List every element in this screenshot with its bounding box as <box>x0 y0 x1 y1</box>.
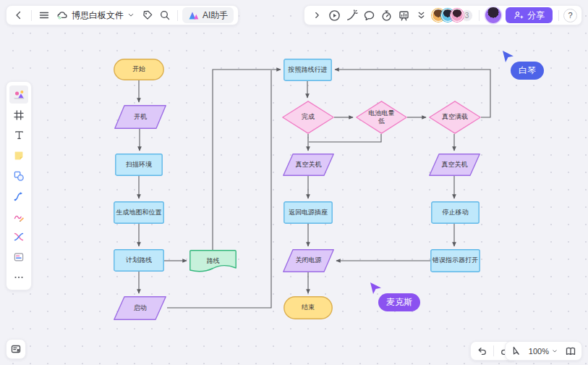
timer-icon[interactable] <box>378 7 394 23</box>
comment-icon[interactable] <box>361 7 377 23</box>
rect-shape <box>114 201 164 224</box>
parallelogram-shape <box>283 249 334 272</box>
collapse-icon[interactable] <box>413 7 429 23</box>
tag-icon[interactable] <box>140 7 155 23</box>
flow-node-stop[interactable]: 停止移动 <box>431 201 480 224</box>
flow-node-poweron[interactable]: 开机 <box>114 105 166 129</box>
flow-node-scan[interactable]: 扫描环境 <box>115 154 163 176</box>
flow-edge-route-follow <box>213 70 281 250</box>
header-left-bar: 博思白板文件 AI助手 <box>6 5 239 25</box>
remote-cursor-user-maikesi: 麦克斯 <box>368 281 383 298</box>
frame-tool[interactable] <box>9 106 28 124</box>
flow-node-error[interactable]: 错误指示器打开 <box>430 249 480 272</box>
help-glyph: ? <box>568 11 572 20</box>
caret-down-icon <box>127 11 135 20</box>
current-user-avatar[interactable] <box>485 7 501 23</box>
divider <box>177 10 178 21</box>
divider <box>493 345 494 356</box>
diamond-shape <box>356 101 407 134</box>
flow-node-return[interactable]: 返回电源插座 <box>284 201 333 224</box>
rect-shape <box>284 201 333 224</box>
present-play-icon[interactable] <box>326 7 342 23</box>
ai-assistant-label: AI助手 <box>203 9 228 22</box>
laser-pointer-icon[interactable] <box>344 7 359 23</box>
caret-down-icon <box>551 348 558 355</box>
flow-node-done[interactable]: 完成 <box>282 101 334 134</box>
sticky-note-tool[interactable] <box>9 146 28 164</box>
document-title-text: 博思白板文件 <box>72 9 124 22</box>
chart-board-icon[interactable] <box>396 7 412 23</box>
templates-tool[interactable] <box>9 85 28 104</box>
rect-shape <box>114 249 164 272</box>
zoom-level: 100% <box>529 347 549 356</box>
flow-node-full[interactable]: 真空满载 <box>429 101 481 134</box>
search-icon[interactable] <box>157 7 173 23</box>
divider <box>479 10 480 21</box>
flow-node-poweroff[interactable]: 关闭电源 <box>283 249 334 272</box>
document-title[interactable]: 博思白板文件 <box>54 9 138 22</box>
rect-shape <box>431 201 480 224</box>
flow-node-battery[interactable]: 电池电量低 <box>356 101 407 134</box>
header-right-bar: 3 分享 ? <box>304 5 582 25</box>
share-button-label: 分享 <box>527 9 545 22</box>
diamond-shape <box>429 101 481 134</box>
share-button[interactable]: 分享 <box>506 7 553 23</box>
rect-shape <box>430 249 480 272</box>
document-shape <box>189 250 237 273</box>
collaborator-avatars[interactable]: 3 <box>430 9 474 22</box>
stadium-shape <box>114 59 164 80</box>
minimap-button[interactable] <box>562 343 579 359</box>
flow-node-route[interactable]: 路线 <box>189 250 237 273</box>
flow-node-vacoff2[interactable]: 真空关机 <box>429 154 480 176</box>
whiteboard-canvas[interactable]: 开始开机扫描环境生成地图和位置计划路线路线启动按照路线行进完成电池电量低真空满载… <box>0 0 588 365</box>
ai-logo-icon <box>188 10 200 21</box>
divider <box>558 10 559 21</box>
ai-assistant-button[interactable]: AI助手 <box>182 7 234 23</box>
zoom-control[interactable]: 100% <box>525 347 562 356</box>
cursor-arrow-icon <box>368 281 383 295</box>
cloud-sync-icon <box>56 9 69 21</box>
divider <box>31 10 32 21</box>
flow-edge-battery-vacoff1 <box>309 134 381 142</box>
panel-toggle-button[interactable] <box>6 339 26 359</box>
more-tools[interactable] <box>9 268 28 286</box>
view-bar: 100% <box>505 341 582 361</box>
stadium-shape <box>284 296 333 319</box>
cursor-arrow-icon <box>500 49 515 64</box>
flow-node-map[interactable]: 生成地图和位置 <box>114 201 164 224</box>
flow-node-vacoff1[interactable]: 真空关机 <box>283 154 334 176</box>
flow-node-follow[interactable]: 按照路线行进 <box>284 59 332 81</box>
flow-node-start[interactable]: 开始 <box>114 59 164 80</box>
pen-tool[interactable] <box>9 207 28 225</box>
undo-button[interactable] <box>473 343 490 359</box>
remote-cursor-user-baiqin: 白琴 <box>500 49 515 67</box>
rect-shape <box>284 59 332 81</box>
tools-sidebar <box>6 81 32 290</box>
back-button[interactable] <box>11 7 27 23</box>
rect-shape <box>115 154 163 176</box>
pointer-tool-icon[interactable] <box>508 343 525 359</box>
card-tool[interactable] <box>9 248 28 266</box>
flow-node-end[interactable]: 结束 <box>284 296 333 319</box>
flow-node-plan[interactable]: 计划路线 <box>114 249 164 272</box>
help-button[interactable]: ? <box>563 9 577 22</box>
mindmap-tool[interactable] <box>9 227 28 246</box>
expand-icon[interactable] <box>309 7 325 23</box>
parallelogram-shape <box>114 105 166 129</box>
cursor-name-label: 白琴 <box>511 62 544 80</box>
parallelogram-shape <box>429 154 480 176</box>
text-tool[interactable] <box>9 126 28 144</box>
diamond-shape <box>282 101 334 134</box>
connector-tool[interactable] <box>9 187 28 205</box>
avatar[interactable] <box>451 9 464 22</box>
cursor-name-label: 麦克斯 <box>378 293 420 311</box>
flow-node-launch[interactable]: 启动 <box>114 296 166 320</box>
menu-icon[interactable] <box>36 7 52 23</box>
shapes-tool[interactable] <box>9 167 28 185</box>
parallelogram-shape <box>283 154 334 176</box>
parallelogram-shape <box>114 296 166 320</box>
person-plus-icon <box>514 10 524 20</box>
